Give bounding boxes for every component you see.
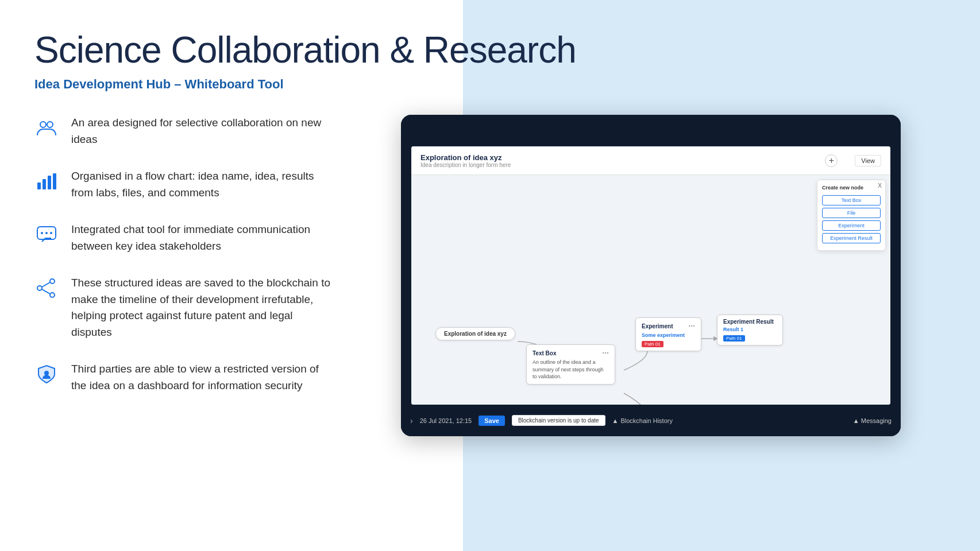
whiteboard-container: Exploration of idea xyz Idea description… [356, 115, 946, 436]
page-subtitle: Idea Development Hub – Whiteboard Tool [34, 77, 946, 92]
wb-textbox-body: An outline of the idea and a summary of … [533, 359, 609, 381]
whiteboard-frame: Exploration of idea xyz Idea description… [401, 115, 901, 436]
wb-panel-title: Create new node [822, 185, 881, 191]
feature-flowchart-text: Organised in a flow chart: idea name, id… [71, 168, 333, 201]
svg-rect-2 [37, 183, 41, 189]
page-title: Science Collaboration & Research [34, 29, 946, 71]
feature-third-party: Third parties are able to view a restric… [34, 361, 333, 394]
share-icon [34, 276, 59, 300]
wb-bottom-arrow[interactable]: › [410, 416, 413, 425]
wb-save-button[interactable]: Save [479, 416, 505, 426]
wb-messaging-label: Messaging [861, 417, 892, 424]
wb-experiment-name: Some experiment [642, 332, 695, 339]
wb-panel-btn-file[interactable]: File [822, 208, 881, 218]
svg-point-8 [45, 232, 48, 234]
wb-idea-start-node[interactable]: Exploration of idea xyz [435, 327, 515, 340]
frame-top-bar [401, 115, 901, 146]
svg-rect-3 [43, 179, 46, 189]
svg-line-14 [42, 289, 50, 294]
shield-icon [34, 362, 59, 386]
wb-messaging-arrow: ▲ [853, 417, 859, 424]
wb-panel-btn-expresult[interactable]: Experiment Result [822, 233, 881, 243]
wb-result-name: Result 1 [723, 326, 777, 333]
feature-flowchart: Organised in a flow chart: idea name, id… [34, 168, 333, 201]
svg-point-11 [37, 286, 42, 290]
wb-blockchain-history[interactable]: ▲ Blockchain History [612, 417, 673, 424]
svg-point-9 [50, 232, 52, 234]
wb-panel-btn-textbox[interactable]: Text Box [822, 195, 881, 205]
wb-result-tag: Path 01 [723, 335, 745, 342]
svg-rect-4 [48, 176, 51, 189]
svg-point-12 [50, 293, 55, 297]
wb-view-button[interactable]: View [855, 155, 881, 166]
features-list: An area designed for selective collabora… [34, 115, 333, 394]
wb-blockchain-history-label: Blockchain History [620, 417, 672, 424]
users-icon [34, 116, 59, 140]
feature-collaboration-text: An area designed for selective collabora… [71, 115, 333, 148]
wb-right-panel: X Create new node Text Box File Experime… [817, 180, 886, 251]
wb-experiment-title: Experiment ··· [642, 321, 695, 331]
wb-panel-close-button[interactable]: X [878, 183, 882, 189]
wb-header: Exploration of idea xyz Idea description… [411, 146, 890, 175]
wb-bottom-date: 26 Jul 2021, 12:15 [420, 417, 472, 424]
svg-point-7 [41, 232, 43, 234]
svg-line-13 [42, 282, 50, 287]
wb-exp-result-title: Experiment Result [723, 319, 777, 325]
feature-blockchain: These structured ideas are saved to the … [34, 275, 333, 340]
wb-blockchain-status: Blockchain version is up to date [512, 415, 605, 426]
chart-icon [34, 169, 59, 193]
wb-title-block: Exploration of idea xyz Idea description… [420, 153, 825, 168]
wb-canvas: Exploration of idea xyz Text Box ··· An … [411, 175, 890, 405]
wb-plus-button[interactable]: + [825, 154, 838, 167]
svg-point-15 [44, 371, 49, 375]
wb-title: Exploration of idea xyz [420, 153, 825, 162]
wb-experiment-tag: Path 01 [642, 341, 663, 347]
wb-textbox-dots[interactable]: ··· [602, 348, 609, 358]
wb-textbox-node[interactable]: Text Box ··· An outline of the idea and … [526, 344, 615, 385]
wb-experiment-dots[interactable]: ··· [688, 321, 695, 331]
wb-subtitle: Idea description in longer form here [420, 162, 825, 168]
feature-chat: Integrated chat tool for immediate commu… [34, 222, 333, 254]
feature-chat-text: Integrated chat tool for immediate commu… [71, 222, 333, 254]
svg-rect-5 [53, 173, 56, 189]
wb-messaging[interactable]: ▲ Messaging [853, 417, 892, 424]
wb-textbox-title: Text Box ··· [533, 348, 609, 358]
wb-panel-btn-experiment[interactable]: Experiment [822, 220, 881, 231]
wb-bottom-bar: › 26 Jul 2021, 12:15 Save Blockchain ver… [401, 405, 901, 436]
svg-point-0 [40, 122, 46, 127]
chat-icon [34, 223, 59, 247]
feature-collaboration: An area designed for selective collabora… [34, 115, 333, 148]
svg-point-1 [47, 122, 53, 127]
feature-third-party-text: Third parties are able to view a restric… [71, 361, 333, 394]
svg-point-10 [50, 279, 55, 284]
whiteboard-inner: Exploration of idea xyz Idea description… [411, 146, 890, 405]
wb-blockchain-history-arrow: ▲ [612, 417, 619, 424]
wb-idea-start-label: Exploration of idea xyz [444, 331, 507, 337]
wb-experiment-node[interactable]: Experiment ··· Some experiment Path 01 [635, 317, 701, 351]
feature-blockchain-text: These structured ideas are saved to the … [71, 275, 333, 340]
wb-experiment-result-node[interactable]: Experiment Result Result 1 Path 01 [717, 315, 783, 346]
